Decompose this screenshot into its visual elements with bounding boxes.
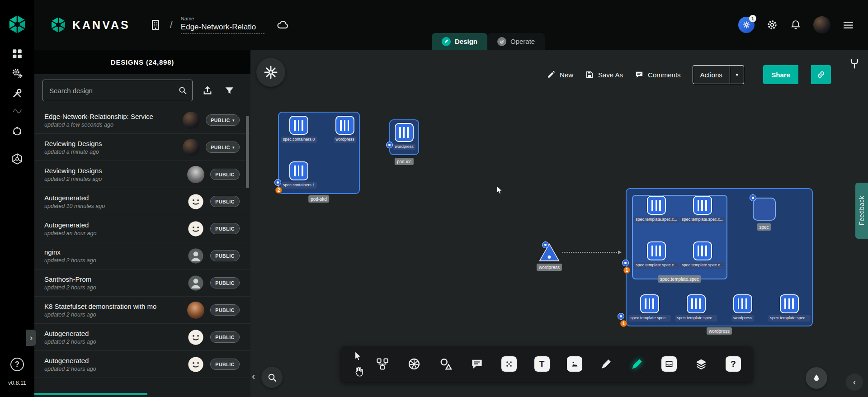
kanvas-logo-icon[interactable] [7, 14, 27, 34]
kubernetes-anchor-badge [750, 194, 756, 201]
hamburger-menu-icon[interactable] [842, 19, 854, 31]
design-list-item[interactable]: Autogenerated updated 2 hours ago PUBLIC [34, 351, 250, 378]
tools-dock: T ? [340, 346, 753, 382]
tab-design[interactable]: Design [432, 33, 487, 50]
container-node[interactable] [647, 241, 666, 260]
design-list-item[interactable]: Reviewing Designs updated 2 minutes ago … [34, 161, 250, 188]
design-list-item[interactable]: Autogenerated updated an hour ago PUBLIC [34, 215, 250, 242]
kubernetes-anchor-badge [274, 179, 281, 186]
toolkit-icon[interactable] [11, 87, 23, 99]
kubernetes-tool-icon[interactable] [407, 357, 421, 371]
visibility-badge: PUBLIC [210, 196, 240, 207]
help-tool-icon[interactable]: ? [726, 356, 741, 372]
feedback-tab[interactable]: Feedback [855, 183, 868, 239]
pencil-icon [547, 70, 556, 79]
relationship-edge[interactable] [562, 252, 620, 253]
media-tool-icon[interactable] [567, 356, 582, 372]
kubernetes-anchor-badge [542, 241, 549, 248]
comments-button[interactable]: Comments [635, 70, 681, 79]
design-list-item[interactable]: K8 Statefulset demonstration with mo upd… [34, 297, 250, 324]
caret-down-icon[interactable]: ▾ [730, 71, 744, 78]
collapse-panel-chevron[interactable]: ‹ [252, 371, 255, 383]
design-list-item[interactable]: nginx updated 2 hours ago PUBLIC [34, 242, 250, 269]
kubernetes-anchor-badge [622, 260, 629, 266]
design-list-item[interactable]: Reviewing Designs updated a minute ago P… [34, 134, 250, 161]
sidebar-expand-button[interactable]: › [26, 330, 36, 346]
search-input[interactable] [49, 87, 173, 95]
container-node[interactable] [693, 196, 712, 215]
filter-button[interactable] [222, 84, 236, 97]
panel-scrollbar[interactable] [246, 116, 249, 188]
node-label: wordpress [334, 137, 356, 143]
meshery-dock-button[interactable] [256, 58, 285, 87]
container-node[interactable] [687, 294, 706, 313]
container-node[interactable] [640, 294, 659, 313]
cloud-sync-icon[interactable] [276, 18, 290, 32]
container-node[interactable] [780, 294, 799, 313]
new-button[interactable]: New [547, 70, 573, 79]
bell-icon[interactable] [790, 19, 802, 31]
container-node[interactable] [289, 116, 308, 135]
share-button[interactable]: Share [763, 65, 798, 84]
visibility-badge: PUBLIC [210, 250, 240, 261]
tab-operate[interactable]: Operate [487, 33, 545, 50]
import-design-button[interactable] [201, 84, 214, 97]
node-label: spec [757, 223, 771, 231]
pen-tool-icon[interactable] [600, 358, 613, 370]
visibility-badge[interactable]: PUBLIC ▾ [206, 114, 240, 126]
container-node[interactable] [289, 161, 308, 180]
pan-tool-hand-icon[interactable] [352, 366, 364, 378]
versions-branch-icon[interactable] [848, 57, 861, 70]
path-separator: / [170, 19, 173, 31]
workspace-icon[interactable] [149, 19, 162, 31]
collapse-right-button[interactable]: ‹ [846, 373, 863, 391]
copy-link-button[interactable] [811, 65, 831, 84]
lifecycle-icon[interactable] [11, 125, 24, 137]
issue-count-badge: 2 [275, 187, 282, 194]
help-button[interactable]: ? [10, 358, 24, 371]
gear-icon[interactable] [766, 19, 778, 31]
dashboard-icon[interactable] [11, 48, 23, 60]
operate-tab-icon [497, 37, 506, 46]
node-label: spec.template.spec.c... [680, 262, 725, 269]
shapes-tool-icon[interactable] [439, 357, 453, 371]
save-as-button[interactable]: Save As [585, 70, 623, 79]
design-list-item[interactable]: Autogenerated updated 2 hours ago PUBLIC [34, 324, 250, 351]
design-canvas[interactable]: New Save As Comments Actions ▾ Share Fee… [250, 50, 868, 397]
container-node[interactable] [733, 294, 752, 313]
drawer-tool-icon[interactable] [661, 356, 677, 372]
settings-gears-icon[interactable] [11, 67, 23, 79]
design-tab-icon [442, 37, 451, 46]
design-author-avatar [187, 247, 204, 265]
performance-icon[interactable] [12, 105, 23, 116]
snowflake-icon [263, 65, 278, 80]
ink-droplet-button[interactable] [806, 367, 827, 389]
user-avatar[interactable] [813, 16, 830, 33]
container-node[interactable] [395, 123, 414, 142]
layers-tool-icon[interactable] [694, 357, 708, 371]
group-label: pod-skd [308, 195, 329, 203]
text-tool-icon[interactable]: T [534, 356, 550, 372]
kanvas-nav-icon[interactable] [11, 153, 24, 165]
zoom-button[interactable] [261, 367, 283, 388]
container-node[interactable] [647, 196, 666, 215]
container-node[interactable] [693, 241, 712, 260]
design-list-item[interactable]: Santhosh-Prom updated 2 hours ago PUBLIC [34, 269, 250, 297]
meshery-notifications-button[interactable]: 1 [738, 17, 755, 33]
design-name-input[interactable] [181, 23, 264, 34]
flow-tool-icon[interactable] [376, 357, 389, 371]
designs-panel-title: DESIGNS (24,898) [34, 50, 250, 74]
design-list-item[interactable]: Edge-Network-Relationship: Service updat… [34, 107, 250, 134]
deployment-group-node[interactable]: spec.template.spec.c... spec.template.sp… [626, 188, 813, 326]
container-node[interactable] [335, 116, 354, 135]
actions-button[interactable]: Actions ▾ [693, 65, 745, 84]
design-updated: updated 10 minutes ago [44, 203, 181, 209]
dice-tool-icon[interactable] [501, 356, 517, 372]
comment-tool-icon[interactable] [470, 357, 484, 371]
visibility-badge[interactable]: PUBLIC ▾ [206, 142, 240, 153]
design-list-item[interactable]: Autogenerated updated 10 minutes ago PUB… [34, 188, 250, 215]
spec-node[interactable] [753, 198, 776, 221]
magnifier-icon [267, 372, 278, 383]
select-tool-cursor-icon[interactable] [352, 350, 364, 362]
sketch-pen-tool-icon[interactable] [630, 357, 644, 371]
